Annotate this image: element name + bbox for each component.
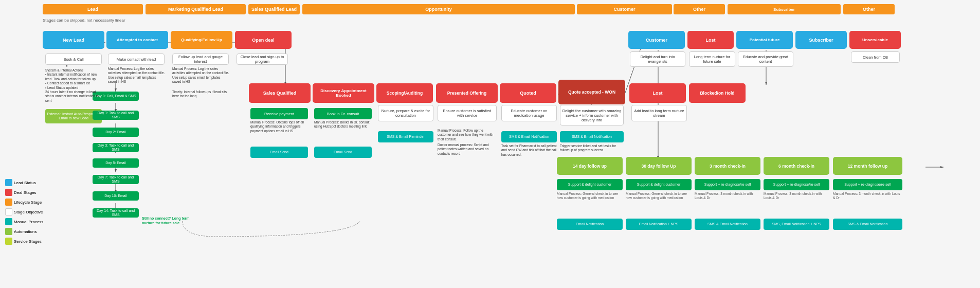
- legend-manual-process: Manual Process: [5, 218, 43, 225]
- action-long-term-nurture: Long term nurture for future sale: [689, 51, 735, 67]
- category-opportunity: Opportunity: [302, 4, 575, 14]
- action-support-rediagnose-3: Support + re-diagnose/re-sell: [695, 179, 760, 190]
- stage-presented-offering: Presented Offering: [436, 83, 498, 103]
- mp-open-deal: Manual Process: Obtains tops off all qua…: [250, 120, 308, 133]
- action-book-call: Book & Call: [45, 53, 102, 65]
- action-clean-db: Clean from DB: [851, 51, 900, 63]
- action-sms-email-notif-12: SMS & Email Notification: [833, 219, 902, 230]
- mp-qualifying: Manual Process: Log the sales activities…: [172, 67, 230, 84]
- stage-6month: 6 month check-in: [764, 157, 829, 175]
- stage-qualifying: Qualifying/Follow Up: [171, 31, 232, 49]
- legend-stage-objective: Stage Objective: [5, 208, 43, 215]
- action-day14: Day 14: Task to call and SMS: [93, 208, 139, 218]
- manual-process-30day: Manual Process: General check-in to see …: [626, 192, 692, 201]
- legend-dot-deal-stages: [5, 189, 12, 196]
- action-sms-email-scoping: SMS & Email Reminder: [378, 131, 433, 142]
- action-educate-content: Educate and provide great content: [738, 51, 793, 67]
- stage-lost-deal: Lost: [629, 83, 686, 103]
- action-support-rediagnose-6: Support + re-diagnose/re-sell: [764, 179, 829, 190]
- legend-lead-status: Lead Status: [5, 179, 36, 186]
- action-educate-medication: Educate customer on medication usage: [501, 105, 557, 121]
- action-ensure-satisfied: Ensure customer is satisfied with servic…: [438, 105, 497, 121]
- manual-process-14day: Manual Process: General check-in to see …: [557, 192, 623, 201]
- 24hr-note: 24 hours later if no change to lead stat…: [45, 90, 102, 103]
- legend-dot-automations: [5, 228, 12, 235]
- stage-unservicable: Unservicable: [849, 31, 901, 49]
- action-sms-email-quote-accepted: SMS & Email Notification: [560, 131, 624, 142]
- action-support-delight-30: Support & delight customer: [626, 179, 692, 190]
- action-day3: Day 3: Task to call and SMS: [93, 143, 139, 152]
- action-sms-email-quoted: SMS & Email Notification: [501, 131, 557, 142]
- main-canvas: Lead Marketing Qualified Lead Sales Qual…: [0, 0, 980, 288]
- action-day5: Day 5: Email: [93, 158, 139, 168]
- mp-doctor: Doctor manual process: Script and patien…: [438, 143, 497, 156]
- still-no-connect: Still no connect? Long term nurture for …: [142, 216, 197, 225]
- action-add-long-term: Add lead to long term nurture stream: [631, 105, 687, 121]
- action-support-rediagnose-12: Support + re-diagnose/re-sell: [833, 179, 902, 190]
- action-follow-gauge: Follow up lead and gauge interest: [172, 53, 229, 65]
- mp-quoted: Task set for Pharmacist to call patient …: [501, 144, 557, 157]
- legend-automations: Automations: [5, 228, 37, 235]
- stage-quoted: Quoted: [500, 83, 556, 103]
- action-receive-payment: Receive payment: [250, 108, 308, 119]
- manual-process-12month: Manual Process: 3 month check-in with Lo…: [833, 192, 902, 201]
- legend-deal-stages: Deal Stages: [5, 189, 37, 196]
- legend-dot-service: [5, 238, 12, 245]
- action-sms-email-notif-3: SMS & Email Notification: [695, 219, 760, 230]
- legend-dot-lifecycle: [5, 199, 12, 206]
- action-day10: Day 10: Email: [93, 191, 139, 201]
- stage-attempted-contact: Attempted to contact: [106, 31, 168, 49]
- legend-dot-lead-status: [5, 179, 12, 186]
- stage-12month: 12 month follow up: [833, 157, 902, 175]
- action-nurture: Nurture, prepare & excite for consultati…: [378, 105, 433, 121]
- action-email-notif-30: Email Notification + NPS: [626, 219, 692, 230]
- action-delight-inform: Delight the customer with amazing servic…: [560, 105, 624, 125]
- category-other2: Other: [843, 4, 895, 14]
- mp-quote-accepted: Trigger service ticket and set tasks for…: [560, 144, 624, 153]
- action-make-contact: Make contact with lead: [108, 53, 165, 65]
- stage-quote-accepted: Quote accepted - WON: [558, 80, 625, 104]
- category-mql: Marketing Qualified Lead: [146, 4, 246, 14]
- action-day2: Day 2: Email: [93, 128, 139, 137]
- legend-dot-manual: [5, 218, 12, 225]
- stage-3month: 3 month check-in: [695, 157, 760, 175]
- action-delight-evangelists: Delight and turn into evangelists: [630, 51, 685, 67]
- stage-potential-future: Potential future: [736, 31, 793, 49]
- stage-lost-header: Lost: [687, 31, 734, 49]
- action-sms-email-nps-6: SMS, Email Notification + NPS: [764, 219, 829, 230]
- stage-discovery-booked: Discovery Appointment Booked: [313, 83, 374, 103]
- manual-process-3month: Manual Process: 3 month check-in with Lo…: [695, 192, 760, 201]
- action-email-notif-14: Email Notification: [557, 219, 623, 230]
- timely-note: Timely: Internal follow-ups if lead sits…: [172, 90, 229, 99]
- action-email-send-discovery: Email Send: [314, 147, 372, 158]
- stage-open-deal: Open deal: [235, 31, 292, 49]
- action-day1: Day 1: Task to call and SMS: [93, 111, 139, 120]
- action-email-send-openDeal: Email Send: [250, 147, 308, 158]
- stage-new-lead: New Lead: [43, 31, 104, 49]
- mp-presented: Manual Process: Follow up the customer a…: [438, 129, 497, 141]
- action-close-lead: Close lead and sign up to program: [237, 53, 288, 65]
- stage-blocked: Blocked/on Hold: [689, 83, 746, 103]
- category-customer: Customer: [577, 4, 672, 14]
- manual-process-6month: Manual Process: 3 month check-in with Lo…: [764, 192, 829, 201]
- legend-lifecycle-stage: Lifecycle Stage: [5, 199, 42, 206]
- stage-14day: 14 day follow up: [557, 157, 623, 175]
- category-other1: Other: [674, 4, 725, 14]
- category-lead: Lead: [43, 4, 143, 14]
- stage-note: Stages can be skipped, not necessarily l…: [43, 18, 125, 23]
- stage-scoping: Scoping/Auditing: [376, 83, 433, 103]
- action-book-dr: Book in Dr. consult: [314, 108, 372, 119]
- category-sql: Sales Qualified Lead: [248, 4, 300, 14]
- legend-dot-objective: [5, 208, 12, 215]
- system-note-new-lead: System & Internal Actions • Instant inte…: [45, 68, 102, 90]
- category-subscriber: Subscriber: [728, 4, 841, 14]
- mp-attempted: Manual Process: Log the sales activities…: [108, 67, 166, 84]
- stage-customer-header: Customer: [628, 31, 685, 49]
- stage-30day: 30 day follow Up: [626, 157, 692, 175]
- stage-subscriber-header: Subscriber: [795, 31, 847, 49]
- action-day7: Day 7: Task to call and SMS: [93, 175, 139, 184]
- stage-sales-qualified: Sales Qualified: [249, 83, 311, 103]
- mp-discovery: Manual Process: Books in Dr. consult usi…: [314, 120, 372, 129]
- legend-service-stages: Service Stages: [5, 238, 42, 245]
- action-support-delight-14: Support & delight customer: [557, 179, 623, 190]
